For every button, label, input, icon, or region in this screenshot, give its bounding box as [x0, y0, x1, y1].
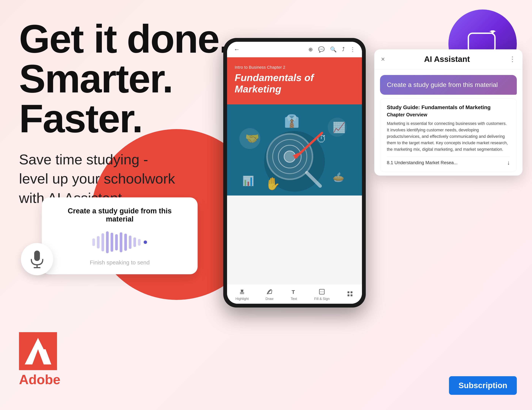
waveform-visualization [53, 231, 186, 254]
mic-button[interactable] [21, 243, 53, 275]
svg-point-17 [284, 151, 295, 162]
draw-icon [266, 288, 273, 295]
sg-body-text: Marketing is essential for connecting bu… [387, 120, 510, 153]
svg-text:📈: 📈 [332, 121, 346, 134]
phone-topbar: ← ⊕ 💬 🔍 ⤴ ⋮ [227, 42, 362, 57]
voice-card-title: Create a study guide from this material [53, 207, 186, 223]
fill-sign-label: Fill & Sign [314, 297, 330, 301]
doc-title: Fundamentals of Marketing [235, 72, 354, 95]
wave-bar [129, 236, 132, 249]
grid-icon [346, 290, 354, 297]
highlight-tool[interactable]: Highlight [235, 288, 249, 301]
wave-bar [102, 233, 104, 251]
fill-sign-tool[interactable]: Fill & Sign [314, 288, 330, 301]
wave-bar [133, 237, 136, 247]
wave-bar [97, 236, 100, 248]
fill-sign-icon [318, 288, 325, 295]
document-header: Intro to Business Chapter 2 Fundamentals… [227, 57, 362, 104]
sg-title: Study Guide: Fundamentals of Marketing [387, 104, 510, 110]
user-message-bubble: Create a study guide from this material [380, 75, 517, 95]
text-label: Text [291, 297, 297, 301]
draw-tool[interactable]: Draw [266, 288, 273, 301]
wave-bar [111, 233, 113, 252]
adobe-logo-icon [19, 332, 57, 370]
phone-frame: ← ⊕ 💬 🔍 ⤴ ⋮ Intro to Business Chapter 2 … [223, 38, 366, 308]
share-icon[interactable]: ⤴ [342, 46, 345, 53]
svg-rect-28 [348, 291, 349, 293]
voice-hint: Finish speaking to send [53, 259, 186, 266]
document-illustration: 🤝 📈 👔 ⏱ [227, 104, 362, 195]
phone-bottom-toolbar: Highlight Draw T Text [227, 284, 362, 304]
adobe-branding: Adobe [19, 332, 60, 387]
ai-assistant-panel: × AI Assistant ⋮ Create a study guide fr… [374, 49, 522, 176]
doc-subtitle: Intro to Business Chapter 2 [235, 65, 354, 70]
wave-bar [92, 238, 95, 246]
wave-dot [144, 240, 147, 244]
wave-bar [106, 231, 109, 253]
search-icon[interactable]: 🔍 [330, 46, 337, 53]
svg-text:✦: ✦ [488, 30, 497, 37]
sg-section-text: 8.1 Understanding Market Resea... [387, 160, 457, 165]
mic-icon [29, 250, 45, 269]
svg-text:🥧: 🥧 [332, 171, 344, 183]
grid-tool[interactable] [346, 290, 354, 299]
draw-label: Draw [266, 297, 273, 301]
svg-text:✋: ✋ [265, 176, 281, 191]
wave-bar [120, 232, 122, 252]
ai-panel-title: AI Assistant [424, 55, 470, 64]
svg-rect-30 [348, 294, 349, 296]
back-icon[interactable]: ← [234, 46, 240, 53]
highlight-icon [238, 288, 246, 295]
svg-rect-31 [351, 294, 352, 296]
text-icon: T [290, 288, 297, 295]
ai-panel-header: × AI Assistant ⋮ [374, 49, 522, 69]
sg-chapter-title: Chapter Overview [387, 112, 510, 118]
more-icon[interactable]: ⋮ [350, 46, 355, 53]
svg-rect-0 [34, 251, 40, 261]
phone-topbar-icons: ⊕ 💬 🔍 ⤴ ⋮ [308, 46, 355, 53]
ai-panel-close-button[interactable]: × [381, 55, 385, 63]
svg-rect-26 [319, 289, 324, 294]
wave-bar [138, 239, 141, 246]
document-image-area: 🤝 📈 👔 ⏱ [227, 104, 362, 195]
wave-bar [115, 234, 118, 250]
svg-text:📊: 📊 [242, 175, 254, 187]
study-guide-response: Study Guide: Fundamentals of Marketing C… [380, 99, 517, 172]
layers-icon[interactable]: ⊕ [308, 46, 313, 53]
ai-panel-more-button[interactable]: ⋮ [509, 55, 516, 63]
subscription-badge[interactable]: Subscription [449, 376, 517, 395]
sg-section-link[interactable]: 8.1 Understanding Market Resea... ↓ [387, 156, 510, 166]
phone-mockup: ← ⊕ 💬 🔍 ⤴ ⋮ Intro to Business Chapter 2 … [209, 38, 380, 308]
comment-icon[interactable]: 💬 [318, 46, 325, 53]
svg-text:👔: 👔 [284, 114, 300, 128]
phone-screen: ← ⊕ 💬 🔍 ⤴ ⋮ Intro to Business Chapter 2 … [227, 42, 362, 304]
text-tool[interactable]: T Text [290, 288, 297, 301]
wave-bar [124, 234, 127, 251]
sg-arrow-icon: ↓ [507, 159, 510, 166]
svg-text:🤝: 🤝 [245, 132, 259, 145]
svg-rect-29 [351, 291, 352, 293]
adobe-text: Adobe [19, 372, 60, 387]
svg-text:T: T [292, 289, 295, 295]
highlight-label: Highlight [235, 297, 249, 301]
svg-rect-24 [240, 292, 244, 294]
voice-card: Create a study guide from this material … [42, 197, 198, 274]
